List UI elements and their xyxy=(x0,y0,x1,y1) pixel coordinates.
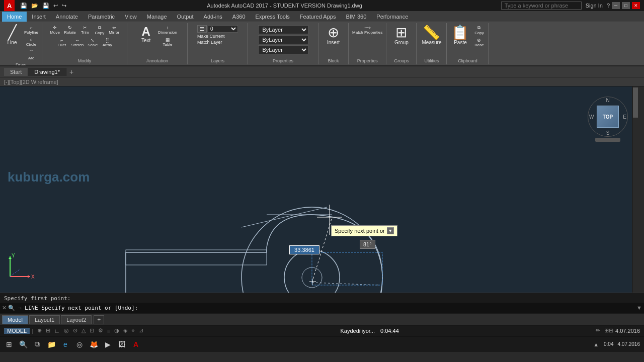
line-button[interactable]: ╱ Line xyxy=(2,24,22,47)
measure-button[interactable]: 📏 Measure xyxy=(420,24,444,47)
circle-button[interactable]: ○ Circle xyxy=(23,36,40,48)
minimize-btn[interactable]: ─ xyxy=(612,2,620,9)
snap-toggle[interactable]: ⊕ xyxy=(35,327,44,334)
match-properties-btn[interactable]: ⟿ Match Properties xyxy=(351,24,384,36)
tab-express[interactable]: Express Tools xyxy=(251,12,295,22)
ortho-toggle[interactable]: ∟ xyxy=(52,328,62,334)
help-btn[interactable]: ? xyxy=(607,3,610,9)
color-select[interactable]: ByLayer xyxy=(258,35,308,44)
layer-properties-button[interactable]: ☰ xyxy=(197,25,207,33)
linetype-select[interactable]: ByLayer xyxy=(258,45,308,54)
gizmo-toggle[interactable]: ⊿ xyxy=(137,327,145,334)
tab-a360[interactable]: A360 xyxy=(227,12,251,22)
polyline-button[interactable]: ⌐ Polyline xyxy=(23,24,40,36)
scrollbar-thumb[interactable] xyxy=(633,87,638,118)
search-input[interactable] xyxy=(501,2,582,10)
tab-addins[interactable]: Add-ins xyxy=(199,12,227,22)
rotate-button[interactable]: ↻ Rotate xyxy=(62,24,77,36)
distance-input-box[interactable]: 33.3861 xyxy=(289,245,319,254)
polar-toggle[interactable]: ◎ xyxy=(62,327,71,334)
maximize-btn[interactable]: □ xyxy=(622,2,630,9)
tab-manage[interactable]: Manage xyxy=(142,12,172,22)
tab-featured[interactable]: Featured Apps xyxy=(295,12,341,22)
tab-bim360[interactable]: BIM 360 xyxy=(341,12,371,22)
fillet-button[interactable]: ⌐ Fillet xyxy=(55,37,69,48)
osnap-toggle[interactable]: ⊙ xyxy=(71,327,79,334)
close-btn[interactable]: ✕ xyxy=(632,2,640,9)
open-btn[interactable]: 📂 xyxy=(30,3,40,9)
mirror-button[interactable]: ⇔ Mirror xyxy=(107,24,121,36)
3dosnap-toggle[interactable]: ⋄ xyxy=(129,327,137,334)
sel-cycling-toggle[interactable]: ◈ xyxy=(121,327,129,334)
insert-button[interactable]: ⊕ Insert xyxy=(324,24,344,47)
add-layout-button[interactable]: + xyxy=(94,315,104,324)
tooltip-arrow[interactable]: ▼ xyxy=(387,227,394,234)
match-properties-button[interactable]: Match Layer xyxy=(197,40,222,45)
table-button[interactable]: ▦ Table xyxy=(156,36,179,48)
tab-view[interactable]: View xyxy=(120,12,142,22)
tab-performance[interactable]: Performance xyxy=(371,12,413,22)
base-icon: ⊗ xyxy=(477,38,481,43)
tab-output[interactable]: Output xyxy=(172,12,199,22)
autocad-icon-taskbar[interactable]: A xyxy=(129,337,143,351)
dyn-toggle[interactable]: ⚙ xyxy=(96,327,105,334)
paste-button[interactable]: 📋 Paste xyxy=(449,24,471,47)
chrome-icon[interactable]: ◎ xyxy=(72,337,87,351)
drawing-canvas[interactable]: X Y xyxy=(0,86,638,293)
grid-toggle[interactable]: ⊞ xyxy=(44,327,52,334)
stretch-button[interactable]: ↔ Stretch xyxy=(69,37,85,48)
tab-home[interactable]: Home xyxy=(2,12,27,22)
tab-insert[interactable]: Insert xyxy=(27,12,51,22)
app-button[interactable]: A xyxy=(4,0,15,11)
drawing1-tab[interactable]: Drawing1* xyxy=(28,68,66,76)
save-btn[interactable]: 💾 xyxy=(41,3,51,9)
new-btn[interactable]: 💾 xyxy=(19,3,29,9)
tab-annotate[interactable]: Annotate xyxy=(51,12,83,22)
start-tab[interactable]: Start xyxy=(4,68,28,76)
viewcube-box[interactable]: TOP xyxy=(597,106,619,128)
model-tab[interactable]: Model xyxy=(2,315,28,324)
layout2-tab[interactable]: Layout2 xyxy=(61,315,92,324)
cmd-input[interactable] xyxy=(138,305,636,311)
ducs-toggle[interactable]: ⊡ xyxy=(88,327,96,334)
dimension-button[interactable]: ↕ Dimension xyxy=(156,24,179,36)
windows-start[interactable]: ⊞ xyxy=(2,337,16,351)
copy-button[interactable]: ⧉ Copy xyxy=(93,24,107,36)
media-icon[interactable]: ▶ xyxy=(101,337,115,351)
right-scrollbar[interactable] xyxy=(632,86,638,293)
edge-icon[interactable]: e xyxy=(58,337,72,351)
tab-parametric[interactable]: Parametric xyxy=(83,12,120,22)
ribbon-tab-bar: Home Insert Annotate Parametric View Man… xyxy=(0,11,644,22)
undo-btn[interactable]: ↩ xyxy=(52,3,59,9)
layout1-tab[interactable]: Layout1 xyxy=(29,315,60,324)
otrack-toggle[interactable]: △ xyxy=(79,327,88,334)
viewcube[interactable]: N S E W TOP xyxy=(588,97,628,147)
move-button[interactable]: ✛ Move xyxy=(48,24,62,36)
layer-select[interactable]: ByLayer xyxy=(258,25,308,34)
sign-in-btn[interactable]: Sign In xyxy=(584,3,605,9)
taskview-icon[interactable]: ⧉ xyxy=(30,337,44,351)
make-current-button[interactable]: Make Current xyxy=(197,34,225,39)
base-button[interactable]: ⊗ Base xyxy=(472,37,486,48)
scale-button[interactable]: ⤡ Scale xyxy=(86,37,100,48)
search-icon-taskbar[interactable]: 🔍 xyxy=(16,337,30,351)
explorer-icon[interactable]: 📁 xyxy=(44,337,58,351)
text-button[interactable]: A Text xyxy=(136,24,156,45)
redo-btn[interactable]: ↪ xyxy=(60,3,68,9)
array-button[interactable]: ⣿ Array xyxy=(100,37,114,48)
status-edit-icon[interactable]: ✏ xyxy=(594,327,602,334)
trim-button[interactable]: ✂ Trim xyxy=(78,24,92,36)
firefox-icon[interactable]: 🦊 xyxy=(87,337,101,351)
transparency-toggle[interactable]: ◑ xyxy=(112,327,121,334)
tray-notifications[interactable]: ▲ xyxy=(590,341,602,347)
clipboard-copy-button[interactable]: ⧉ Copy xyxy=(472,24,486,36)
compass-south: S xyxy=(606,130,610,136)
lweight-toggle[interactable]: ≡ xyxy=(105,328,112,334)
photos-icon[interactable]: 🖼 xyxy=(115,337,129,351)
polyline-icon: ⌐ xyxy=(30,25,32,30)
new-tab-button[interactable]: + xyxy=(66,68,76,76)
viewport-controls[interactable]: ⊞⊟ xyxy=(602,327,615,334)
arc-button[interactable]: ⌒ Arc xyxy=(23,48,40,61)
group-button[interactable]: ⊞ Group xyxy=(391,24,412,47)
layer-dropdown[interactable]: 0 xyxy=(208,25,238,33)
